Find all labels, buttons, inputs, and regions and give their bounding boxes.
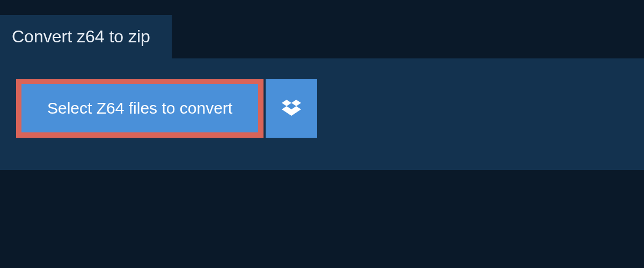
page-title-tab: Convert z64 to zip [0, 15, 172, 58]
dropbox-button[interactable] [266, 79, 317, 138]
button-row: Select Z64 files to convert [16, 79, 628, 138]
select-button-highlight: Select Z64 files to convert [16, 79, 264, 138]
select-files-button[interactable]: Select Z64 files to convert [21, 84, 258, 132]
dropbox-icon [282, 98, 301, 119]
upload-panel: Select Z64 files to convert [0, 58, 644, 170]
page-title: Convert z64 to zip [12, 27, 150, 46]
